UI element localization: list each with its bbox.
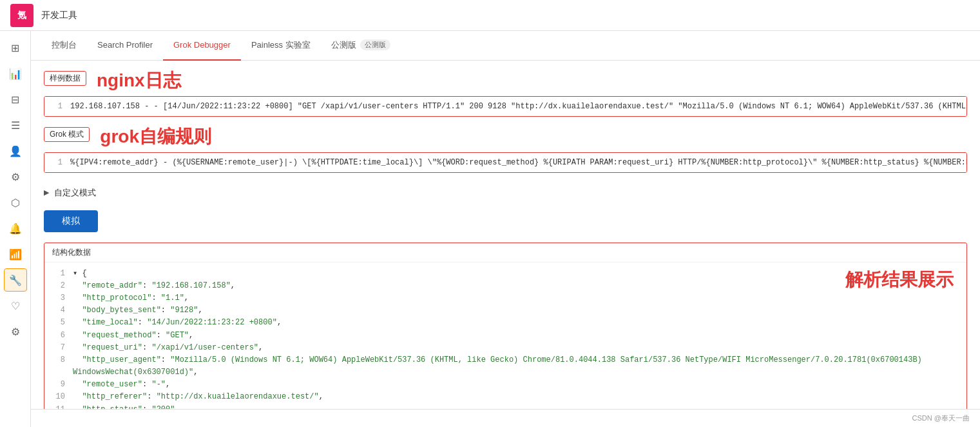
- sample-data-header: 样例数据 nginx日志: [44, 71, 967, 91]
- grok-mode-big-label: grok自编规则: [100, 127, 211, 147]
- tab-painless[interactable]: Painless 实验室: [241, 31, 321, 61]
- result-line-2-content: "remote_addr": "192.168.107.158",: [73, 280, 235, 292]
- beta-badge: 公测版: [360, 39, 390, 50]
- footer-bar: CSDN @奉天一曲: [31, 409, 980, 427]
- main-layout: ⊞ 📊 ⊟ ☰ 👤 ⚙ ⬡ 🔔 📶 🔧 ♡ ⚙ 控制台 Search Profi…: [0, 31, 980, 427]
- result-big-label: 解析结果展示: [845, 268, 954, 292]
- result-line-7-content: "request_uri": "/xapi/v1/user-centers",: [73, 342, 263, 354]
- sidebar-icon-settings[interactable]: ⚙: [4, 165, 27, 188]
- line-num-6: 6: [52, 330, 65, 342]
- result-line-9-content: "remote_user": "-",: [73, 379, 170, 391]
- app-title: 开发工具: [41, 10, 77, 21]
- sidebar-icon-wifi[interactable]: 📶: [4, 243, 27, 266]
- result-line-3: 3 "http_protocol": "1.1",: [52, 292, 959, 304]
- result-line-7: 7 "request_uri": "/xapi/v1/user-centers"…: [52, 342, 959, 354]
- collapse-arrow-icon: ▶: [44, 188, 49, 197]
- line-num-4: 4: [52, 304, 65, 317]
- tab-search-profiler[interactable]: Search Profiler: [87, 31, 163, 61]
- top-bar: 氪 开发工具: [0, 0, 980, 31]
- sidebar-icon-table[interactable]: ⊟: [4, 88, 27, 111]
- result-line-10-content: "http_referer": "http://dx.kuailelaorend…: [73, 391, 323, 403]
- custom-patterns-label: 自定义模式: [54, 187, 96, 199]
- result-line-1: 1 ▾ {: [52, 268, 959, 280]
- sidebar-icon-console[interactable]: ⊞: [4, 36, 27, 59]
- line-num-5: 5: [52, 317, 65, 329]
- result-line-4: 4 "body_bytes_sent": "9128",: [52, 304, 959, 317]
- sidebar-icon-user[interactable]: 👤: [4, 139, 27, 163]
- grok-pattern-section: Grok 模式 grok自编规则 1 %{IPV4:remote_addr} -…: [44, 127, 967, 173]
- sidebar-icon-chart[interactable]: 📊: [4, 62, 27, 85]
- result-line-2: 2 "remote_addr": "192.168.107.158",: [52, 280, 959, 292]
- page-content: 样例数据 nginx日志 1 192.168.107.158 - - [14/J…: [31, 61, 980, 409]
- sidebar-icon-gear[interactable]: ⚙: [4, 320, 27, 343]
- sidebar: ⊞ 📊 ⊟ ☰ 👤 ⚙ ⬡ 🔔 📶 🔧 ♡ ⚙: [0, 31, 31, 427]
- line-num-7: 7: [52, 342, 65, 354]
- grok-mode-header: Grok 模式 grok自编规则: [44, 127, 967, 147]
- beta-label: 公测版: [331, 39, 356, 51]
- result-line-8: 8 "http_user_agent": "Mozilla/5.0 (Windo…: [52, 354, 959, 379]
- line-num-11: 11: [52, 404, 65, 409]
- line-num-3: 3: [52, 292, 65, 304]
- line-num-9: 9: [52, 379, 65, 391]
- sample-data-box[interactable]: 1 192.168.107.158 - - [14/Jun/2022:11:23…: [44, 96, 967, 117]
- result-line-9: 9 "remote_user": "-",: [52, 379, 959, 391]
- result-content: 解析结果展示 1 ▾ { 2 "remote_addr": "192.168.1…: [44, 263, 966, 409]
- simulate-button[interactable]: 模拟: [44, 210, 98, 232]
- result-line-5: 5 "time_local": "14/Jun/2022:11:23:22 +0…: [52, 317, 959, 329]
- sidebar-icon-stack[interactable]: ☰: [4, 114, 27, 137]
- tab-grok-debugger[interactable]: Grok Debugger: [163, 31, 241, 61]
- sample-data-label: 样例数据: [44, 71, 86, 86]
- result-line-3-content: "http_protocol": "1.1",: [73, 292, 189, 304]
- grok-mode-label: Grok 模式: [44, 127, 90, 142]
- content-area: 控制台 Search Profiler Grok Debugger Painle…: [31, 31, 980, 427]
- sidebar-icon-bell[interactable]: 🔔: [4, 217, 27, 240]
- line-num-10: 10: [52, 391, 65, 403]
- result-line-5-content: "time_local": "14/Jun/2022:11:23:22 +080…: [73, 317, 282, 329]
- result-header: 结构化数据: [44, 243, 966, 263]
- line-num-2: 2: [52, 280, 65, 292]
- result-section: 结构化数据 解析结果展示 1 ▾ { 2 "remote_addr": "192…: [44, 243, 967, 409]
- result-line-1-content: ▾ {: [73, 268, 87, 280]
- sample-data-big-label: nginx日志: [97, 71, 181, 91]
- result-line-11: 11 "http_status": "200": [52, 404, 959, 409]
- custom-patterns-collapse[interactable]: ▶ 自定义模式: [44, 183, 967, 203]
- sidebar-icon-heart[interactable]: ♡: [4, 294, 27, 317]
- sidebar-icon-tools[interactable]: 🔧: [4, 268, 27, 292]
- footer-credit: CSDN @奉天一曲: [912, 413, 970, 423]
- logo-text: 氪: [17, 10, 26, 21]
- line-num-1: 1: [52, 268, 65, 280]
- grok-mode-content: %{IPV4:remote_addr} - (%{USERNAME:remote…: [70, 158, 967, 167]
- tab-console[interactable]: 控制台: [41, 31, 87, 61]
- sidebar-icon-plug[interactable]: ⬡: [4, 191, 27, 214]
- result-line-4-content: "body_bytes_sent": "9128",: [73, 304, 203, 317]
- result-line-10: 10 "http_referer": "http://dx.kuailelaor…: [52, 391, 959, 403]
- result-line-6-content: "request_method": "GET",: [73, 330, 193, 342]
- line-number: 1: [52, 158, 62, 167]
- logo[interactable]: 氪: [10, 4, 34, 27]
- result-line-11-content: "http_status": "200": [73, 404, 175, 409]
- result-line-6: 6 "request_method": "GET",: [52, 330, 959, 342]
- sample-data-content: 192.168.107.158 - - [14/Jun/2022:11:23:2…: [70, 102, 967, 111]
- line-num-8: 8: [52, 354, 65, 379]
- tab-beta[interactable]: 公测版 公测版: [321, 31, 401, 61]
- line-number: 1: [52, 102, 62, 111]
- grok-mode-box[interactable]: 1 %{IPV4:remote_addr} - (%{USERNAME:remo…: [44, 152, 967, 173]
- result-line-8-content: "http_user_agent": "Mozilla/5.0 (Windows…: [73, 354, 959, 379]
- tabs-bar: 控制台 Search Profiler Grok Debugger Painle…: [31, 31, 980, 61]
